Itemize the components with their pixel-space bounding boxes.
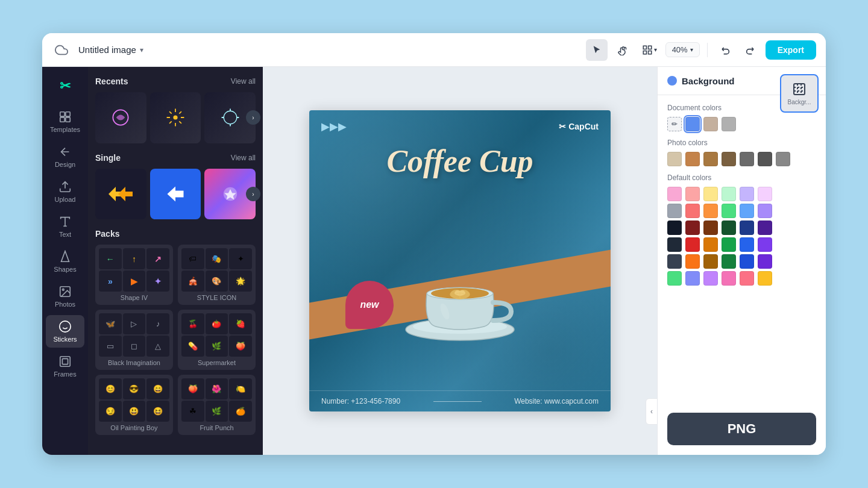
photo-color-5[interactable] (758, 152, 772, 166)
dc-3-1[interactable] (685, 237, 700, 252)
pack-oil-painting-boy[interactable]: 😊 😎 😄 😏 😃 😆 Oil Painting Boy (95, 375, 173, 435)
dc-5-4[interactable] (740, 271, 754, 286)
undo-button[interactable] (715, 39, 737, 61)
dc-2-3[interactable] (722, 221, 736, 235)
dc-5-0[interactable] (667, 271, 682, 286)
dc-4-4[interactable] (740, 254, 754, 269)
dc-2-5[interactable] (758, 221, 772, 235)
dc-1-3[interactable] (722, 204, 736, 218)
dc-1-1[interactable] (685, 204, 700, 218)
document-color-0[interactable] (685, 117, 700, 131)
coffee-cup-svg (388, 215, 532, 360)
dc-3-0[interactable] (667, 237, 682, 252)
dc-0-4[interactable] (740, 187, 754, 201)
dc-4-0[interactable] (667, 254, 682, 269)
svg-marker-36 (167, 186, 183, 201)
layout-button[interactable]: ▾ (639, 39, 661, 61)
pack-black-imagination[interactable]: 🦋 ▷ ♪ ▭ ◻ △ Black Imagination (95, 310, 173, 370)
dc-5-5[interactable] (758, 271, 772, 286)
dc-2-0[interactable] (667, 221, 682, 235)
dc-0-0[interactable] (667, 187, 682, 201)
dc-0-2[interactable] (703, 187, 718, 201)
sidebar-item-design[interactable]: Design (46, 140, 84, 173)
svg-point-20 (173, 116, 177, 120)
redo-button[interactable] (739, 39, 761, 61)
dc-1-4[interactable] (740, 204, 754, 218)
recents-next-button[interactable]: › (246, 110, 260, 125)
dc-3-4[interactable] (740, 237, 754, 252)
pack-sticker: 🍑 (229, 336, 252, 357)
recent-sticker-0[interactable] (95, 92, 146, 143)
png-badge[interactable]: PNG (667, 413, 816, 445)
color-picker-button[interactable]: ✏ (667, 117, 682, 131)
photo-color-0[interactable] (667, 152, 682, 166)
svg-rect-4 (60, 112, 64, 116)
sidebar-item-upload[interactable]: Upload (46, 175, 84, 208)
pan-tool-button[interactable] (612, 39, 634, 61)
sidebar-item-photos[interactable]: Photos (46, 280, 84, 313)
dc-1-2[interactable] (703, 204, 718, 218)
dc-0-5[interactable] (758, 187, 772, 201)
left-panel: Recents View all › Single View all (88, 67, 263, 455)
export-button[interactable]: Export (766, 40, 816, 60)
dc-4-5[interactable] (758, 254, 772, 269)
sidebar-stickers-label: Stickers (53, 336, 77, 343)
dc-3-2[interactable] (703, 237, 718, 252)
dc-0-1[interactable] (685, 187, 700, 201)
right-panel-collapse-button[interactable]: ‹ (646, 398, 658, 425)
dc-1-5[interactable] (758, 204, 772, 218)
sidebar-item-templates[interactable]: Templates (46, 105, 84, 138)
dc-4-3[interactable] (722, 254, 736, 269)
pack-supermarket[interactable]: 🍒 🍅 🍓 💊 🌿 🍑 Supermarket (178, 310, 256, 370)
photo-color-3[interactable] (722, 152, 736, 166)
pack-fruit-punch[interactable]: 🍑 🌺 🍋 ☘ 🌿 🍊 Fruit Punch (178, 375, 256, 435)
sidebar-item-text[interactable]: Text (46, 210, 84, 243)
dc-2-1[interactable] (685, 221, 700, 235)
sidebar-item-frames[interactable]: Frames (46, 350, 84, 383)
document-title[interactable]: Untitled image (78, 45, 136, 55)
recent-sticker-1[interactable] (150, 92, 201, 143)
single-sticker-1[interactable] (150, 169, 201, 220)
dc-3-5[interactable] (758, 237, 772, 252)
dc-4-2[interactable] (703, 254, 718, 269)
photo-color-2[interactable] (703, 152, 718, 166)
pack-style-icon[interactable]: 🏷 🎭 ✦ 🎪 🎨 🌟 STYLE ICON (178, 245, 256, 305)
pack-sticker: ▶ (123, 271, 146, 292)
dc-5-2[interactable] (703, 271, 718, 286)
dc-0-3[interactable] (722, 187, 736, 201)
pack-sticker: ↑ (123, 248, 146, 269)
recents-view-all-button[interactable]: View all (231, 77, 256, 86)
zoom-selector[interactable]: 40% ▾ (665, 42, 700, 57)
background-thumb-card[interactable]: Backgr... (780, 74, 819, 113)
canvas-content[interactable]: ▶▶▶ ✂ CapCut Coffee Cup (309, 110, 611, 411)
default-colors-row-3 (667, 237, 816, 252)
title-dropdown-icon[interactable]: ▾ (140, 46, 143, 54)
photo-color-4[interactable] (740, 152, 754, 166)
dc-1-0[interactable] (667, 204, 682, 218)
dc-5-3[interactable] (722, 271, 736, 286)
pack-black-imagination-stickers: 🦋 ▷ ♪ ▭ ◻ △ (99, 313, 169, 357)
dc-4-1[interactable] (685, 254, 700, 269)
default-colors-title: Default colors (667, 174, 816, 182)
svg-marker-11 (61, 251, 69, 261)
photo-color-1[interactable] (685, 152, 700, 166)
document-color-2[interactable] (722, 117, 736, 131)
photo-color-6[interactable] (776, 152, 790, 166)
new-badge: new (345, 281, 394, 329)
single-next-button[interactable]: › (246, 187, 260, 201)
main-body: ✂ Templates Design Upload Text Shapes (42, 67, 826, 455)
single-sticker-0[interactable] (95, 169, 146, 220)
sidebar-item-stickers[interactable]: Stickers (46, 315, 84, 348)
dc-2-4[interactable] (740, 221, 754, 235)
dc-2-2[interactable] (703, 221, 718, 235)
cloud-save-icon[interactable] (52, 40, 71, 60)
sidebar-item-shapes[interactable]: Shapes (46, 245, 84, 278)
dc-5-1[interactable] (685, 271, 700, 286)
single-title: Single (95, 153, 121, 163)
single-view-all-button[interactable]: View all (231, 154, 256, 162)
pack-shape-iv[interactable]: ← ↑ ↗ » ▶ ✦ Shape IV (95, 245, 173, 305)
document-color-1[interactable] (703, 117, 718, 131)
dc-3-3[interactable] (722, 237, 736, 252)
pack-sticker: 😎 (123, 378, 146, 399)
select-tool-button[interactable] (586, 39, 608, 61)
